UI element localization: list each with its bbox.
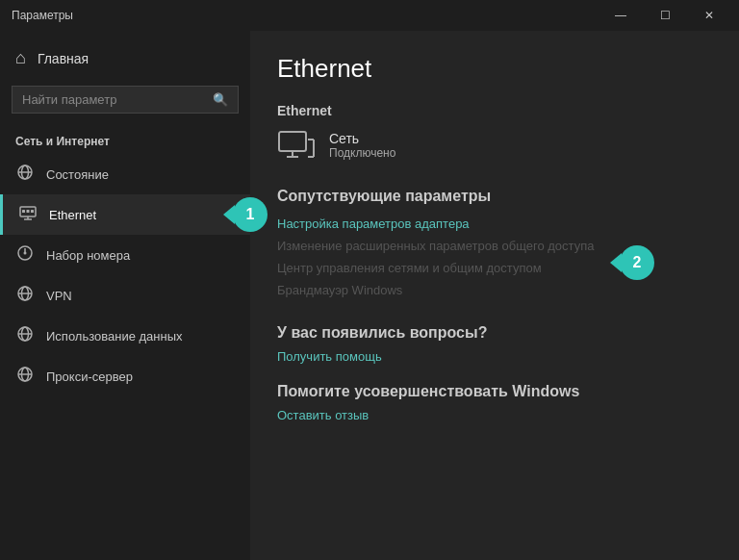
search-input[interactable]: [22, 92, 205, 107]
page-title: Ethernet: [277, 54, 712, 84]
maximize-button[interactable]: ☐: [643, 0, 687, 31]
sidebar-item-dialup[interactable]: Набор номера: [0, 235, 250, 275]
app-title: Параметры: [8, 9, 73, 22]
sidebar-item-vpn[interactable]: VPN: [0, 275, 250, 316]
minimize-button[interactable]: —: [599, 0, 643, 31]
ethernet-icon: [18, 204, 38, 225]
network-monitor-icon: [277, 130, 316, 161]
svg-rect-6: [31, 210, 34, 213]
proxy-label: Прокси-сервер: [46, 369, 133, 384]
svg-rect-21: [279, 132, 306, 151]
network-section-title: Ethernet: [277, 103, 712, 118]
section-header: Сеть и Интернет: [0, 121, 250, 154]
dialup-icon: [15, 244, 35, 266]
content-area: Ethernet Ethernet Сеть Подключено: [250, 31, 739, 560]
search-icon: 🔍: [213, 92, 228, 107]
callout-badge-2: 2: [620, 245, 654, 280]
network-section: Ethernet Сеть Подключено: [277, 103, 712, 161]
improve-title: Помогите усовершенствовать Windows: [277, 383, 712, 400]
data-usage-label: Использование данных: [46, 329, 183, 344]
svg-point-11: [24, 252, 27, 255]
main-layout: ⌂ Главная 🔍 Сеть и Интернет Состояние: [0, 31, 739, 560]
firewall-link: Брандмауэр Windows: [277, 283, 712, 297]
svg-rect-4: [22, 210, 25, 213]
home-label: Главная: [38, 51, 89, 66]
leave-feedback-link[interactable]: Оставить отзыв: [277, 408, 712, 422]
window-controls: — ☐ ✕: [599, 0, 731, 31]
svg-rect-5: [27, 210, 30, 213]
search-box: 🔍: [12, 86, 239, 114]
get-help-link[interactable]: Получить помощь: [277, 349, 712, 364]
titlebar: Параметры — ☐ ✕: [0, 0, 739, 31]
proxy-icon: [15, 366, 35, 387]
sidebar-item-state[interactable]: Состояние: [0, 154, 250, 194]
data-usage-icon: [15, 325, 35, 346]
vpn-icon: [15, 285, 35, 306]
close-button[interactable]: ✕: [687, 0, 731, 31]
home-icon: ⌂: [15, 48, 26, 68]
sidebar-item-home[interactable]: ⌂ Главная: [0, 38, 250, 78]
network-name: Сеть: [329, 131, 395, 146]
dialup-label: Набор номера: [46, 248, 130, 263]
sidebar-item-proxy[interactable]: Прокси-сервер: [0, 356, 250, 396]
network-item: Сеть Подключено: [277, 130, 712, 161]
ethernet-label: Ethernet: [49, 208, 96, 222]
sidebar: ⌂ Главная 🔍 Сеть и Интернет Состояние: [0, 31, 250, 560]
network-info: Сеть Подключено: [329, 131, 395, 160]
state-icon: [15, 164, 35, 185]
related-title: Сопутствующие параметры: [277, 188, 712, 205]
improve-section: Помогите усовершенствовать Windows Остав…: [277, 383, 712, 422]
questions-section: У вас появились вопросы? Получить помощь: [277, 324, 712, 364]
questions-title: У вас появились вопросы?: [277, 324, 712, 342]
network-status: Подключено: [329, 146, 395, 160]
related-section: Сопутствующие параметры Настройка параме…: [277, 188, 712, 297]
state-label: Состояние: [46, 167, 109, 182]
adapter-settings-link[interactable]: Настройка параметров адаптера: [277, 216, 712, 231]
vpn-label: VPN: [46, 289, 72, 303]
sidebar-item-ethernet[interactable]: Ethernet 1: [0, 194, 250, 235]
callout-badge-1: 1: [233, 197, 268, 232]
sidebar-item-data-usage[interactable]: Использование данных: [0, 316, 250, 356]
